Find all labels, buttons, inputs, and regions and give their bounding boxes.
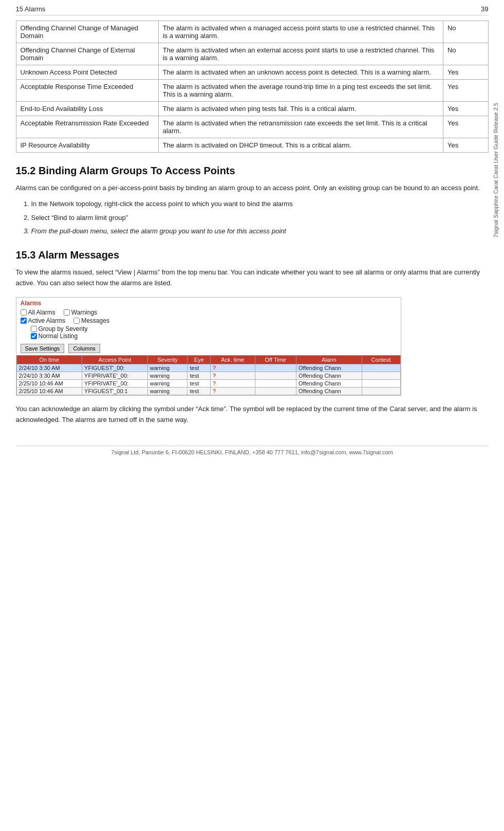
col-eye: test [188, 387, 211, 395]
table-row: Acceptable Response Time Exceeded The al… [16, 80, 488, 102]
col-severity: warning [147, 372, 188, 379]
col-alarm: Offending Chann [296, 364, 362, 372]
alarm-name: Unknown Access Point Detected [16, 65, 158, 80]
alarm-enabled: Yes [443, 65, 488, 80]
alarm-name: Offending Channel Change of External Dom… [16, 43, 158, 65]
col-severity: warning [147, 379, 188, 387]
col-off [255, 372, 296, 379]
alarm-name: IP Resource Availability [16, 138, 158, 153]
table-column-header: Severity [147, 355, 188, 364]
section-15-3-intro: To view the alarms issued, select “View … [16, 267, 489, 289]
table-row: IP Resource Availability The alarm is ac… [16, 138, 488, 153]
col-on-time: 2/25/10 10:46 AM [16, 379, 82, 387]
table-column-header: On time [16, 355, 82, 364]
alarm-enabled: Yes [443, 116, 488, 138]
page-header: 15 Alarms 39 [16, 5, 489, 15]
page-footer: 7signal Ltd, Panuntie 6, FI-00620 HELSIN… [16, 446, 489, 455]
alarm-data-row: 2/25/10 10:46 AM YFIGUEST'_00:1 warning … [16, 387, 400, 395]
section-15-2-heading: 15.2 Binding Alarm Groups To Access Poin… [16, 165, 489, 177]
alarm-description: The alarm is activated when an external … [158, 43, 443, 65]
col-severity: warning [147, 387, 188, 395]
alarm-description: The alarm is activated when an unknown a… [158, 65, 443, 80]
alarm-data-row: 2/24/10 3:30 AM YFIGUEST'_00: warning te… [16, 364, 400, 372]
steps-list: In the Network topology, right-click the… [31, 199, 489, 237]
col-ap: YFIGUEST'_00:1 [82, 387, 148, 395]
checkbox-group-severity[interactable]: Group by Severity [31, 325, 397, 333]
side-text: 7signal Sapphire Carat Carat User Guide … [493, 103, 499, 237]
table-row: Offending Channel Change of Managed Doma… [16, 21, 488, 43]
table-row: Acceptable Retransmission Rate Exceeded … [16, 116, 488, 138]
alarm-description: The alarm is activated when a managed ac… [158, 21, 443, 43]
col-ack[interactable]: ? [211, 372, 255, 379]
header-right: 39 [481, 5, 488, 13]
table-row: End-to-End Availability Loss The alarm i… [16, 102, 488, 116]
alarm-inner-table: On timeAccess PointSeverityEyeAck. timeO… [16, 355, 401, 395]
alarm-description: The alarm is activated on DHCP timeout. … [158, 138, 443, 153]
save-settings-button[interactable]: Save Settings [21, 344, 65, 353]
col-on-time: 2/24/10 3:30 AM [16, 372, 82, 379]
alarms-screenshot: Alarms All Alarms Warnings Active Alarms… [16, 297, 401, 396]
checkbox-normal-listing[interactable]: Normal Listing [31, 333, 397, 340]
table-column-header: Eye [188, 355, 211, 364]
col-ap: YFIPRIVATE'_00: [82, 372, 148, 379]
bottom-text: You can acknowledge an alarm by clicking… [16, 404, 489, 426]
col-context [362, 364, 400, 372]
table-column-header: Alarm [296, 355, 362, 364]
table-row: Offending Channel Change of External Dom… [16, 43, 488, 65]
table-column-header: Context [362, 355, 400, 364]
checkbox-active-alarms[interactable]: Active Alarms [21, 317, 66, 324]
col-off [255, 364, 296, 372]
alarm-enabled: Yes [443, 138, 488, 153]
alarm-enabled: Yes [443, 102, 488, 116]
alarm-name: Acceptable Retransmission Rate Exceeded [16, 116, 158, 138]
col-on-time: 2/24/10 3:30 AM [16, 364, 82, 372]
alarm-description: The alarm is activated when ping tests f… [158, 102, 443, 116]
col-on-time: 2/25/10 10:46 AM [16, 387, 82, 395]
alarm-name: Acceptable Response Time Exceeded [16, 80, 158, 102]
table-row: Unknown Access Point Detected The alarm … [16, 65, 488, 80]
col-severity: warning [147, 364, 188, 372]
alarm-enabled: No [443, 21, 488, 43]
screenshot-buttons: Save Settings Columns [16, 342, 401, 355]
header-left: 15 Alarms [16, 5, 46, 13]
step-item: From the pull-down menu, select the alar… [31, 226, 489, 237]
alarm-name: End-to-End Availability Loss [16, 102, 158, 116]
columns-button[interactable]: Columns [68, 344, 100, 353]
table-column-header: Access Point [82, 355, 148, 364]
col-ack[interactable]: ? [211, 387, 255, 395]
col-ap: YFIPRIVATE'_00: [82, 379, 148, 387]
screenshot-checkboxes: All Alarms Warnings Active Alarms Messag… [16, 308, 401, 342]
alarm-enabled: No [443, 43, 488, 65]
col-off [255, 387, 296, 395]
alarm-data-row: 2/25/10 10:46 AM YFIPRIVATE'_00: warning… [16, 379, 400, 387]
step-item: In the Network topology, right-click the… [31, 199, 489, 210]
col-eye: test [188, 372, 211, 379]
col-alarm: Offending Chann [296, 387, 362, 395]
col-ap: YFIGUEST'_00: [82, 364, 148, 372]
alarm-name: Offending Channel Change of Managed Doma… [16, 21, 158, 43]
screenshot-title: Alarms [16, 298, 401, 308]
section-15-2-intro: Alarms can be configured on a per-access… [16, 183, 489, 194]
alarm-enabled: Yes [443, 80, 488, 102]
col-context [362, 379, 400, 387]
col-eye: test [188, 364, 211, 372]
col-context [362, 372, 400, 379]
col-off [255, 379, 296, 387]
col-context [362, 387, 400, 395]
step-item: Select “Bind to alarm limit group” [31, 213, 489, 224]
checkbox-messages[interactable]: Messages [73, 317, 109, 324]
section-15-3-heading: 15.3 Alarm Messages [16, 249, 489, 261]
checkbox-all-alarms[interactable]: All Alarms [21, 309, 55, 316]
alarm-description: The alarm is activated when the retransm… [158, 116, 443, 138]
table-column-header: Ack. time [211, 355, 255, 364]
col-alarm: Offending Chann [296, 379, 362, 387]
table-column-header: Off Time [255, 355, 296, 364]
col-alarm: Offending Chann [296, 372, 362, 379]
alarm-data-row: 2/24/10 3:30 AM YFIPRIVATE'_00: warning … [16, 372, 400, 379]
checkbox-warnings[interactable]: Warnings [64, 309, 97, 316]
col-ack[interactable]: ? [211, 379, 255, 387]
alarm-description: The alarm is activated when the average … [158, 80, 443, 102]
col-ack[interactable]: ? [211, 364, 255, 372]
alarm-table: Offending Channel Change of Managed Doma… [16, 21, 489, 153]
col-eye: test [188, 379, 211, 387]
